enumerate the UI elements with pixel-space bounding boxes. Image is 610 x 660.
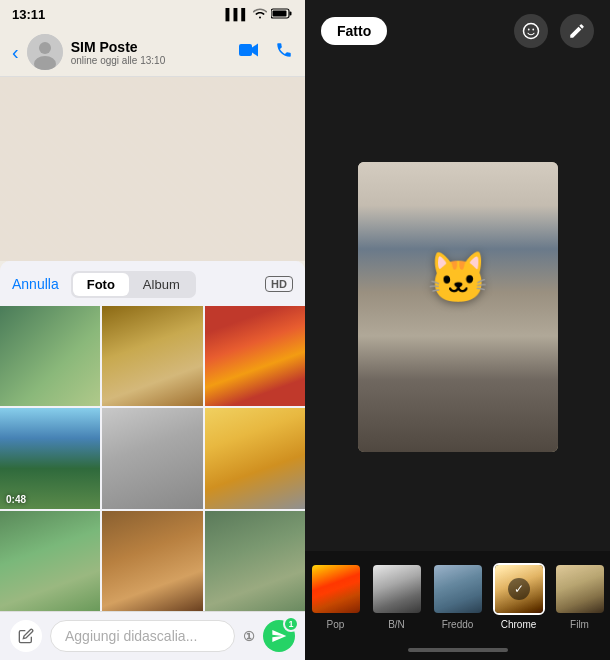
svg-rect-2 (273, 10, 287, 16)
filter-thumb-pop (310, 563, 362, 615)
contact-name: SIM Poste (71, 39, 231, 55)
main-photo (358, 162, 558, 452)
filter-thumb-bn (371, 563, 423, 615)
photo-thumb-inner (0, 511, 100, 611)
photo-grid: 0:48 (0, 306, 305, 611)
chat-body (0, 77, 305, 261)
filter-preview-bn (373, 565, 421, 613)
filter-preview-film (556, 565, 604, 613)
filter-thumb-freddo (432, 563, 484, 615)
photo-thumb[interactable]: 0:48 (0, 408, 100, 508)
tab-group: Foto Album (71, 271, 196, 298)
tab-album[interactable]: Album (129, 273, 194, 296)
wifi-icon (253, 7, 267, 21)
cancel-button[interactable]: Annulla (12, 276, 59, 292)
photo-thumb[interactable] (0, 511, 100, 611)
check-overlay: ✓ (508, 578, 530, 600)
photo-thumb-inner (205, 408, 305, 508)
tab-foto[interactable]: Foto (73, 273, 129, 296)
header-actions (239, 41, 293, 64)
signal-icon: ▌▌▌ (226, 8, 249, 20)
video-duration: 0:48 (6, 494, 26, 505)
svg-rect-6 (239, 44, 252, 56)
status-icons: ▌▌▌ (226, 7, 293, 21)
message-input[interactable]: Aggiungi didascalia... (50, 620, 235, 652)
photo-thumb[interactable] (102, 306, 202, 406)
send-button[interactable]: 1 (263, 620, 295, 652)
chat-info: SIM Poste online oggi alle 13:10 (71, 39, 231, 66)
filter-scroll: Pop B/N Freddo ✓ Chrome (305, 559, 610, 634)
photo-thumb[interactable] (102, 408, 202, 508)
photo-thumb-inner (102, 306, 202, 406)
input-area: Aggiungi didascalia... ① 1 (0, 611, 305, 660)
photo-thumb[interactable] (0, 306, 100, 406)
filter-strip: Pop B/N Freddo ✓ Chrome (305, 551, 610, 640)
svg-point-9 (532, 29, 534, 31)
filter-preview-freddo (434, 565, 482, 613)
contact-status: online oggi alle 13:10 (71, 55, 231, 66)
edit-button[interactable] (10, 620, 42, 652)
send-badge: 1 (283, 616, 299, 632)
chat-pattern (0, 77, 305, 261)
filter-bn[interactable]: B/N (366, 559, 427, 634)
photo-thumb[interactable] (205, 306, 305, 406)
hd-badge[interactable]: HD (265, 276, 293, 292)
photo-thumb-inner (0, 306, 100, 406)
status-time: 13:11 (12, 7, 45, 22)
video-call-icon[interactable] (239, 42, 261, 63)
photo-thumb-inner (102, 408, 202, 508)
status-bar: 13:11 ▌▌▌ (0, 0, 305, 28)
filter-chrome[interactable]: ✓ Chrome (488, 559, 549, 634)
photo-thumb[interactable] (205, 511, 305, 611)
editor-image-container (305, 62, 610, 551)
filter-film[interactable]: Film (549, 559, 610, 634)
filter-label-bn: B/N (388, 619, 405, 630)
emoji-button[interactable]: ① (243, 629, 255, 644)
filter-preview-pop (312, 565, 360, 613)
filter-freddo[interactable]: Freddo (427, 559, 488, 634)
back-button[interactable]: ‹ (12, 41, 19, 64)
photo-thumb-inner (205, 511, 305, 611)
editor-icons (514, 14, 594, 48)
sticker-button[interactable] (514, 14, 548, 48)
photo-thumb-inner (102, 511, 202, 611)
filter-label-freddo: Freddo (442, 619, 474, 630)
battery-icon (271, 8, 293, 21)
filter-label-chrome: Chrome (501, 619, 537, 630)
photo-thumb[interactable] (205, 408, 305, 508)
editor-header: Fatto (305, 0, 610, 62)
filter-thumb-film (554, 563, 606, 615)
svg-point-8 (528, 29, 530, 31)
svg-point-7 (524, 24, 539, 39)
avatar (27, 34, 63, 70)
pen-button[interactable] (560, 14, 594, 48)
svg-rect-1 (290, 11, 292, 15)
filter-pop[interactable]: Pop (305, 559, 366, 634)
phone-call-icon[interactable] (275, 41, 293, 64)
bottom-indicator (305, 640, 610, 660)
photo-thumb-inner (205, 306, 305, 406)
filter-label-film: Film (570, 619, 589, 630)
fatto-button[interactable]: Fatto (321, 17, 387, 45)
right-panel: Fatto (305, 0, 610, 660)
filter-thumb-chrome: ✓ (493, 563, 545, 615)
filter-label-pop: Pop (327, 619, 345, 630)
cat-image (358, 162, 558, 452)
chat-header: ‹ SIM Poste online oggi alle 13:10 (0, 28, 305, 77)
left-panel: 13:11 ▌▌▌ ‹ (0, 0, 305, 660)
photo-thumb[interactable] (102, 511, 202, 611)
svg-point-4 (39, 42, 51, 54)
photo-picker: Annulla Foto Album HD 0:48 (0, 261, 305, 660)
picker-tabs: Annulla Foto Album HD (0, 261, 305, 306)
home-indicator (408, 648, 508, 652)
